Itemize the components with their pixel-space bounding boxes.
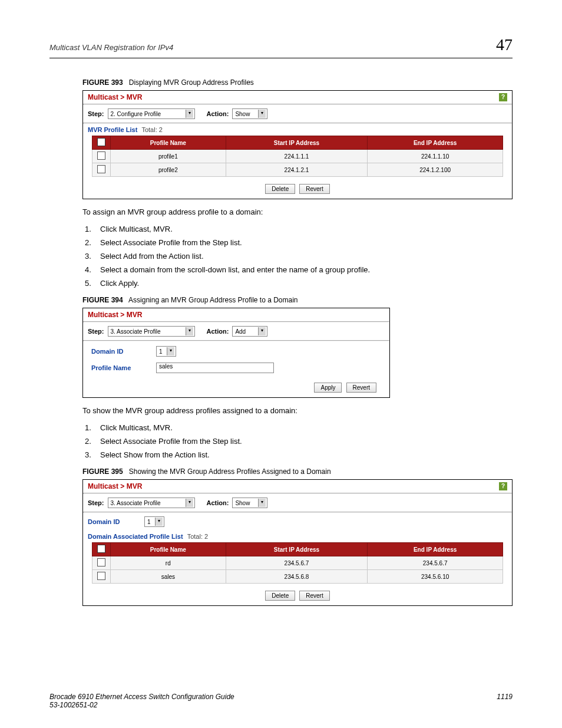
step-label: Step: [88,499,104,506]
page-number: 1119 [497,693,513,709]
figure-395-caption-text: Showing the MVR Group Address Profiles A… [129,467,331,476]
cell-end-ip: 224.1.2.100 [368,163,503,177]
figure-395-label: FIGURE 395 [82,467,123,476]
col-start-ip: Start IP Address [226,543,368,556]
step-select-value: 3. Associate Profile [111,328,161,335]
action-select[interactable]: Add ▾ [232,326,267,337]
revert-button[interactable]: Revert [346,383,376,393]
list-title: Domain Associated Profile List [88,533,183,540]
breadcrumb: Multicast > MVR [88,93,142,101]
chevron-down-icon: ▾ [155,518,163,526]
step-select[interactable]: 2. Configure Profile ▾ [108,108,195,119]
assign-steps: 1.Click Multicast, MVR. 2.Select Associa… [82,225,513,288]
list-total-label: Total: [141,126,157,133]
action-label: Action: [207,328,229,335]
step-number: 2. [85,238,100,247]
domain-id-label: Domain ID [88,518,141,525]
step-number: 3. [85,252,100,261]
col-profile-name: Profile Name [111,543,226,556]
profile-name-label: Profile Name [91,364,156,371]
figure-394-label: FIGURE 394 [82,296,123,304]
section-title: Multicast VLAN Registration for IPv4 [49,43,173,52]
cell-start-ip: 234.5.6.8 [226,570,368,584]
chevron-down-icon: ▾ [167,347,174,355]
footer-doc-title: Brocade 6910 Ethernet Access Switch Conf… [49,693,234,701]
col-profile-name: Profile Name [111,136,226,150]
cell-end-ip: 224.1.1.10 [368,150,503,163]
figure-394-caption: FIGURE 394 Assigning an MVR Group Addres… [82,296,513,304]
step-number: 2. [85,437,100,446]
chevron-down-icon: ▾ [186,110,193,118]
row-checkbox[interactable] [97,572,105,580]
step-number: 3. [85,450,100,459]
domain-id-value: 1 [147,519,151,525]
list-total-label: Total: [187,533,203,540]
step-label: Step: [88,110,104,117]
col-end-ip: End IP Address [368,543,503,556]
col-checkbox [92,136,111,150]
figure-395-caption: FIGURE 395 Showing the MVR Group Address… [82,467,513,476]
chevron-down-icon: ▾ [186,499,193,507]
row-checkbox[interactable] [97,165,105,173]
revert-button[interactable]: Revert [299,184,329,194]
step-number: 1. [85,225,100,233]
step-select-value: 2. Configure Profile [111,111,161,117]
revert-button[interactable]: Revert [299,591,329,601]
cell-profile-name: profile1 [111,150,226,163]
step-text: Click Multicast, MVR. [100,423,173,432]
step-label: Step: [88,328,104,335]
figure-394-caption-text: Assigning an MVR Group Address Profile t… [128,296,297,304]
help-icon[interactable]: ? [499,93,507,101]
action-select-value: Show [235,500,250,506]
delete-button[interactable]: Delete [265,591,295,601]
figure-393-label: FIGURE 393 [82,78,123,87]
action-select[interactable]: Show ▾ [232,108,267,119]
footer-doc-number: 53-1002651-02 [49,701,234,709]
step-number: 5. [85,279,100,288]
table-row: rd 234.5.6.7 234.5.6.7 [92,556,503,570]
step-number: 4. [85,265,100,274]
step-select-value: 3. Associate Profile [111,500,161,506]
show-steps: 1.Click Multicast, MVR. 2.Select Associa… [82,423,513,459]
figure-395-screenshot: Multicast > MVR ? Step: 3. Associate Pro… [82,479,513,606]
header-rule [49,58,513,58]
step-number: 1. [85,423,100,432]
step-text: Click Multicast, MVR. [100,225,173,233]
step-text: Select Show from the Action list. [100,450,210,459]
table-row: sales 234.5.6.8 234.5.6.10 [92,570,503,584]
apply-button[interactable]: Apply [314,383,342,393]
domain-id-value: 1 [159,348,163,355]
figure-393-caption-text: Displaying MVR Group Address Profiles [129,78,254,87]
help-icon[interactable]: ? [499,482,507,490]
step-text: Select Add from the Action list. [100,252,204,261]
action-label: Action: [207,499,229,506]
action-select-value: Show [235,111,250,117]
profile-table: Profile Name Start IP Address End IP Add… [92,136,503,177]
profile-name-input[interactable]: sales [156,363,274,373]
chevron-down-icon: ▾ [186,327,193,335]
domain-id-select[interactable]: 1 ▾ [156,346,176,357]
show-intro: To show the MVR group address profiles a… [82,406,513,415]
list-total-value: 2 [204,533,208,540]
list-total-value: 2 [159,126,163,133]
delete-button[interactable]: Delete [265,184,295,194]
col-checkbox [92,543,111,556]
breadcrumb: Multicast > MVR [88,482,142,490]
select-all-checkbox[interactable] [97,545,105,553]
table-row: profile2 224.1.2.1 224.1.2.100 [92,163,503,177]
domain-id-select[interactable]: 1 ▾ [144,516,164,527]
step-text: Select Associate Profile from the Step l… [100,437,242,446]
chapter-number: 47 [496,35,513,54]
breadcrumb: Multicast > MVR [88,311,142,319]
cell-profile-name: profile2 [111,163,226,177]
action-label: Action: [207,110,229,117]
step-select[interactable]: 3. Associate Profile ▾ [108,326,195,337]
row-checkbox[interactable] [97,558,105,566]
page-footer: Brocade 6910 Ethernet Access Switch Conf… [49,693,513,709]
row-checkbox[interactable] [97,151,105,160]
action-select[interactable]: Show ▾ [232,498,267,508]
select-all-checkbox[interactable] [97,138,105,146]
chevron-down-icon: ▾ [258,110,266,118]
cell-end-ip: 234.5.6.7 [368,556,503,570]
step-select[interactable]: 3. Associate Profile ▾ [108,498,195,508]
